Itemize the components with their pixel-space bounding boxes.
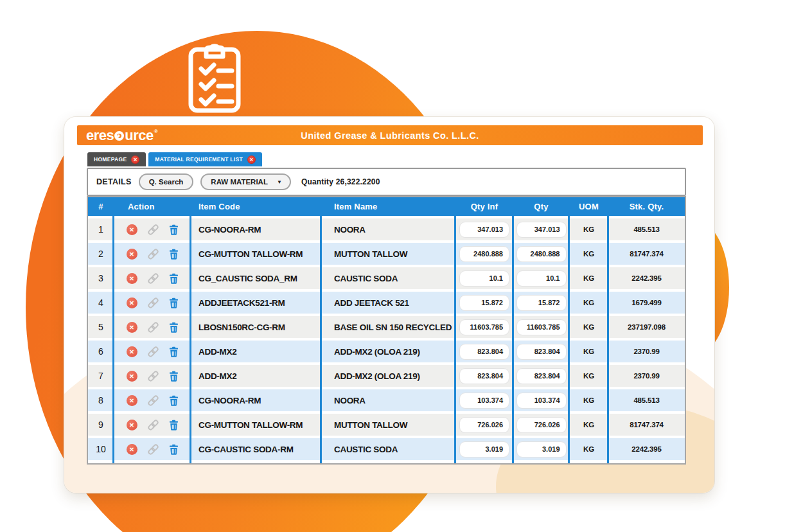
row-actions: ✕ — [114, 346, 191, 358]
qty-inf-input[interactable]: 2480.888 — [459, 246, 509, 262]
cancel-icon[interactable]: ✕ — [127, 371, 137, 382]
qty-inf-input[interactable]: 347.013 — [459, 222, 509, 238]
stk-qty-cell: 485.513 — [608, 226, 685, 233]
header-stk-qty: Stk. Qty. — [608, 202, 685, 211]
qty-input[interactable]: 726.026 — [516, 417, 567, 433]
qty-input[interactable]: 15.872 — [516, 295, 567, 311]
details-toolbar: DETAILS Q. Search RAW MATERIAL ▼ Quantit… — [87, 168, 686, 196]
item-code-cell: CG-NOORA-RM — [191, 225, 321, 235]
cancel-icon[interactable]: ✕ — [127, 273, 137, 284]
logo-o-icon — [114, 131, 124, 141]
qty-inf-input[interactable]: 823.804 — [459, 344, 509, 360]
close-tab-icon[interactable]: ✕ — [247, 155, 256, 164]
link-icon[interactable] — [147, 248, 159, 260]
link-icon[interactable] — [147, 443, 159, 456]
trash-icon[interactable] — [169, 224, 179, 235]
stk-qty-cell: 81747.374 — [608, 421, 685, 429]
row-actions: ✕ — [114, 443, 191, 456]
header-qty-inf: Qty Inf — [455, 202, 513, 211]
item-name-cell: BASE OIL SN 150 RECYCLED — [321, 323, 455, 332]
table-row: 7 ✕ — [88, 365, 685, 387]
qty-input[interactable]: 823.804 — [516, 368, 567, 384]
cancel-icon[interactable]: ✕ — [127, 297, 137, 308]
item-code-cell: ADDJEETACK521-RM — [191, 298, 321, 308]
link-icon[interactable] — [147, 297, 159, 309]
qty-input[interactable]: 347.013 — [516, 222, 567, 238]
table-row: 3 ✕ — [88, 267, 685, 289]
trash-icon[interactable] — [169, 395, 179, 406]
table-header-row: # Action Item Code Item Name Qty Inf Qty… — [88, 197, 685, 216]
column-separator — [190, 216, 191, 463]
close-tab-icon[interactable]: ✕ — [131, 155, 139, 164]
qty-input[interactable]: 103.374 — [516, 393, 567, 409]
row-actions: ✕ — [114, 248, 191, 260]
trash-icon[interactable] — [169, 346, 179, 357]
cancel-icon[interactable]: ✕ — [127, 224, 137, 235]
column-separator — [320, 216, 322, 463]
link-icon[interactable] — [147, 395, 159, 407]
stk-qty-cell: 237197.098 — [608, 323, 685, 331]
link-icon[interactable] — [147, 346, 159, 358]
qty-inf-input[interactable]: 15.872 — [459, 295, 509, 311]
item-name-cell: ADD-MX2 (OLOA 219) — [321, 371, 455, 381]
header-item-name: Item Name — [321, 202, 455, 211]
row-actions: ✕ — [114, 321, 191, 333]
row-number: 9 — [88, 420, 114, 430]
link-icon[interactable] — [147, 370, 159, 382]
item-name-cell: ADD JEETACK 521 — [321, 298, 455, 308]
trash-icon[interactable] — [169, 371, 179, 382]
column-separator — [454, 216, 456, 463]
header-qty: Qty — [513, 202, 569, 211]
link-icon[interactable] — [147, 419, 159, 431]
tab-material-requirement-list[interactable]: MATERIAL REQUIREMENT LIST ✕ — [148, 152, 262, 166]
tab-homepage[interactable]: HOMEPAGE ✕ — [87, 152, 146, 166]
table-body: 1 ✕ — [88, 218, 685, 460]
qty-input[interactable]: 2480.888 — [516, 246, 567, 262]
qty-inf-input[interactable]: 823.804 — [459, 368, 509, 384]
trash-icon[interactable] — [169, 420, 179, 430]
company-title: United Grease & Lubricants Co. L.L.C. — [77, 130, 703, 141]
link-icon[interactable] — [147, 272, 159, 285]
qty-input[interactable]: 11603.785 — [516, 319, 567, 335]
row-number: 10 — [88, 444, 114, 454]
link-icon[interactable] — [147, 224, 159, 236]
column-separator — [607, 216, 609, 463]
qty-input[interactable]: 3.019 — [516, 441, 567, 457]
clipboard-checklist-icon — [185, 37, 244, 114]
uom-cell: KG — [569, 226, 608, 233]
cancel-icon[interactable]: ✕ — [127, 322, 137, 333]
registered-mark: ® — [154, 129, 157, 134]
qty-input[interactable]: 823.804 — [516, 344, 567, 360]
trash-icon[interactable] — [169, 249, 179, 260]
cancel-icon[interactable]: ✕ — [127, 249, 137, 260]
cancel-icon[interactable]: ✕ — [127, 395, 137, 406]
row-actions: ✕ — [114, 419, 191, 431]
trash-icon[interactable] — [169, 273, 179, 284]
search-button[interactable]: Q. Search — [139, 173, 194, 190]
header-action: Action — [114, 202, 191, 211]
link-icon[interactable] — [147, 321, 159, 333]
cancel-icon[interactable]: ✕ — [127, 346, 137, 357]
trash-icon[interactable] — [169, 297, 179, 308]
trash-icon[interactable] — [169, 322, 179, 333]
trash-icon[interactable] — [169, 444, 179, 455]
item-code-cell: ADD-MX2 — [191, 347, 321, 357]
material-type-dropdown[interactable]: RAW MATERIAL ▼ — [200, 173, 291, 190]
uom-cell: KG — [569, 323, 608, 331]
table-row: 1 ✕ — [88, 218, 685, 240]
uom-cell: KG — [569, 445, 608, 453]
qty-inf-input[interactable]: 3.019 — [459, 441, 509, 457]
item-code-cell: CG-MUTTON TALLOW-RM — [191, 249, 321, 259]
cancel-icon[interactable]: ✕ — [127, 444, 137, 455]
row-number: 8 — [88, 395, 114, 405]
qty-inf-input[interactable]: 10.1 — [459, 270, 509, 287]
row-actions: ✕ — [114, 297, 191, 309]
qty-inf-input[interactable]: 726.026 — [459, 417, 509, 433]
qty-inf-input[interactable]: 11603.785 — [459, 319, 509, 335]
row-actions: ✕ — [114, 224, 191, 236]
item-name-cell: ADD-MX2 (OLOA 219) — [321, 347, 455, 357]
qty-input[interactable]: 10.1 — [516, 270, 567, 287]
qty-inf-input[interactable]: 103.374 — [459, 393, 509, 409]
chevron-down-icon: ▼ — [277, 179, 282, 185]
cancel-icon[interactable]: ✕ — [127, 420, 137, 430]
